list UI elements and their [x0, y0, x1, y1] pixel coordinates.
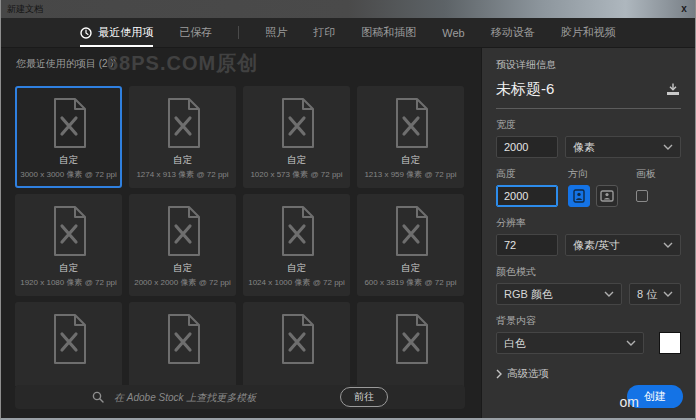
- tab-art-illustration[interactable]: 图稿和插图: [361, 18, 416, 47]
- chevron-down-icon: [663, 291, 673, 297]
- document-x-icon: [161, 88, 205, 150]
- color-mode-dropdown[interactable]: RGB 颜色: [496, 283, 622, 305]
- new-document-dialog: 新建文档 x 最近使用项 已保存 照片 打印 图稿和插图 Web 移动设备 胶片…: [0, 0, 696, 420]
- tab-film-video[interactable]: 胶片和视频: [561, 18, 616, 47]
- template-card-partial[interactable]: [357, 302, 464, 386]
- tab-label: 移动设备: [491, 25, 535, 40]
- document-x-icon: [389, 88, 433, 150]
- tab-label: Web: [442, 27, 464, 39]
- background-row: 白色: [496, 332, 681, 354]
- chevron-down-icon: [604, 291, 614, 297]
- document-x-icon: [389, 196, 433, 258]
- resolution-unit-dropdown[interactable]: 像素/英寸: [565, 234, 681, 256]
- template-name: 自定: [173, 154, 192, 167]
- height-input[interactable]: [496, 185, 558, 207]
- bit-depth-dropdown[interactable]: 8 位: [629, 283, 681, 305]
- template-dimensions: 1274 x 913 像素 @ 72 ppi: [136, 169, 228, 180]
- stock-search-input[interactable]: [114, 392, 304, 403]
- document-x-icon: [275, 196, 319, 258]
- color-mode-label: 颜色模式: [496, 265, 681, 279]
- recent-templates-section: 您最近使用的项目 (20) 68PS.COM原创 自定3000 x 3000 像…: [1, 48, 481, 418]
- tab-mobile[interactable]: 移动设备: [491, 18, 535, 47]
- orientation-stack: 方向: [568, 158, 618, 207]
- dialog-body: 您最近使用的项目 (20) 68PS.COM原创 自定3000 x 3000 像…: [1, 48, 695, 418]
- watermark-text: 68PS.COM原创: [107, 50, 258, 77]
- window-close-button[interactable]: x: [673, 0, 695, 18]
- width-unit-value: 像素: [573, 140, 663, 155]
- tab-print[interactable]: 打印: [313, 18, 335, 47]
- tab-divider: [238, 26, 239, 39]
- template-card[interactable]: 自定600 x 3819 像素 @ 72 ppi: [357, 194, 464, 296]
- orientation-portrait-button[interactable]: [568, 185, 590, 207]
- template-dimensions: 1020 x 573 像素 @ 72 ppi: [250, 169, 342, 180]
- width-label: 宽度: [496, 118, 681, 132]
- template-card-partial[interactable]: [15, 302, 122, 386]
- template-name: 自定: [59, 154, 78, 167]
- resolution-row: 像素/英寸: [496, 234, 681, 256]
- advanced-options-toggle[interactable]: 高级选项: [496, 367, 681, 381]
- save-preset-icon[interactable]: [665, 83, 681, 96]
- template-grid: 自定3000 x 3000 像素 @ 72 ppi自定1274 x 913 像素…: [15, 86, 465, 386]
- template-card[interactable]: 自定1020 x 573 像素 @ 72 ppi: [243, 86, 350, 188]
- width-row: 像素: [496, 136, 681, 158]
- template-card[interactable]: 自定2000 x 2000 像素 @ 72 ppi: [129, 194, 236, 296]
- tab-recent[interactable]: 最近使用项: [80, 18, 153, 47]
- artboard-label: 画板: [636, 167, 656, 181]
- window-title: 新建文档: [1, 3, 43, 16]
- width-input[interactable]: [496, 136, 558, 158]
- orientation-buttons: [568, 185, 618, 207]
- window-titlebar: 新建文档 x: [1, 0, 695, 18]
- template-dimensions: 1024 x 1000 像素 @ 72 ppi: [248, 277, 345, 288]
- background-color-swatch[interactable]: [659, 332, 681, 354]
- template-name: 自定: [287, 154, 306, 167]
- height-label: 高度: [496, 167, 558, 181]
- search-icon: [92, 391, 104, 403]
- template-card-partial[interactable]: [129, 302, 236, 386]
- tab-label: 胶片和视频: [561, 25, 616, 40]
- document-x-icon: [161, 304, 205, 366]
- height-stack: 高度: [496, 158, 558, 207]
- width-unit-dropdown[interactable]: 像素: [565, 136, 681, 158]
- document-name-row: 未标题-6: [496, 80, 681, 109]
- template-name: 自定: [401, 154, 420, 167]
- template-name: 自定: [401, 262, 420, 275]
- template-card[interactable]: 自定1920 x 1080 像素 @ 72 ppi: [15, 194, 122, 296]
- template-card[interactable]: 自定1274 x 913 像素 @ 72 ppi: [129, 86, 236, 188]
- document-name[interactable]: 未标题-6: [496, 80, 665, 99]
- resolution-label: 分辨率: [496, 216, 681, 230]
- template-card-partial[interactable]: [243, 302, 350, 386]
- tab-photo[interactable]: 照片: [265, 18, 287, 47]
- orientation-label: 方向: [568, 167, 618, 181]
- template-dimensions: 3000 x 3000 像素 @ 72 ppi: [20, 169, 117, 180]
- template-card[interactable]: 自定1213 x 959 像素 @ 72 ppi: [357, 86, 464, 188]
- resolution-input[interactable]: [496, 234, 558, 256]
- create-button[interactable]: 创建: [627, 385, 683, 408]
- template-card[interactable]: 自定3000 x 3000 像素 @ 72 ppi: [15, 86, 122, 188]
- stock-search-bar: 前往: [15, 385, 465, 409]
- orientation-landscape-button[interactable]: [596, 185, 618, 207]
- tab-label: 图稿和插图: [361, 25, 416, 40]
- template-card[interactable]: 自定1024 x 1000 像素 @ 72 ppi: [243, 194, 350, 296]
- artboard-stack: 画板: [636, 158, 656, 207]
- background-dropdown[interactable]: 白色: [496, 332, 644, 354]
- resolution-unit-value: 像素/英寸: [573, 238, 663, 253]
- document-x-icon: [275, 304, 319, 366]
- advanced-options-label: 高级选项: [507, 367, 549, 381]
- chevron-down-icon: [663, 242, 673, 248]
- tab-web[interactable]: Web: [442, 18, 464, 47]
- document-x-icon: [47, 88, 91, 150]
- template-name: 自定: [59, 262, 78, 275]
- template-dimensions: 2000 x 2000 像素 @ 72 ppi: [134, 277, 231, 288]
- template-dimensions: 600 x 3819 像素 @ 72 ppi: [364, 277, 456, 288]
- template-name: 自定: [173, 262, 192, 275]
- chevron-down-icon: [663, 144, 673, 150]
- clock-icon: [80, 27, 92, 39]
- recent-header: 您最近使用的项目 (20): [16, 57, 117, 71]
- document-x-icon: [161, 196, 205, 258]
- tab-saved[interactable]: 已保存: [179, 18, 212, 47]
- panel-title: 预设详细信息: [496, 58, 681, 72]
- tab-bar: 最近使用项 已保存 照片 打印 图稿和插图 Web 移动设备 胶片和视频: [1, 18, 695, 48]
- go-button[interactable]: 前往: [340, 387, 388, 407]
- artboard-checkbox[interactable]: [636, 190, 648, 202]
- document-x-icon: [275, 88, 319, 150]
